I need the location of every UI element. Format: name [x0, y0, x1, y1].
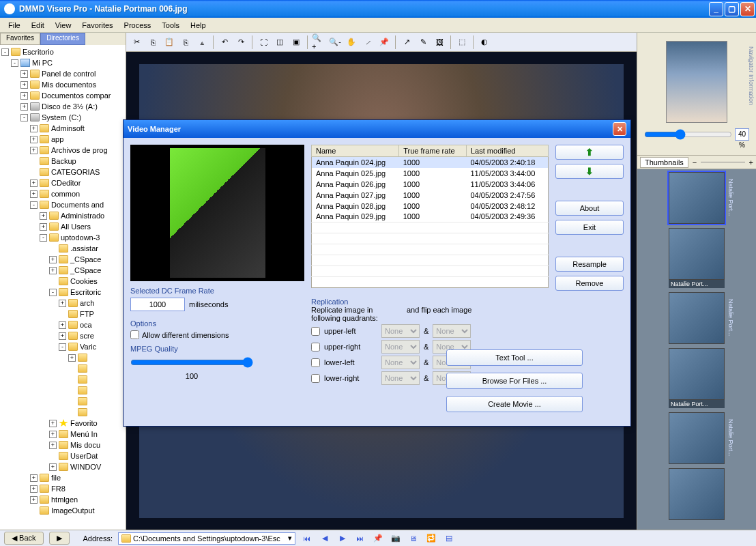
next-icon[interactable]: ⏭ — [354, 532, 366, 545]
tree-toggle[interactable]: - — [1, 48, 9, 56]
prev-icon[interactable]: ◀ — [319, 532, 331, 545]
move-down-button[interactable]: ⬇ — [555, 164, 624, 179]
move-up-button[interactable]: ⬆ — [555, 145, 624, 160]
hand-icon[interactable]: ✋ — [344, 35, 359, 50]
tree-node[interactable]: +oca — [1, 319, 124, 330]
tree-toggle[interactable]: - — [59, 343, 66, 351]
tree-toggle[interactable]: + — [40, 223, 47, 231]
close-button[interactable]: ✕ — [740, 2, 755, 16]
thumb-zoom-plus[interactable]: + — [749, 158, 753, 167]
tree-toggle[interactable]: + — [68, 354, 76, 362]
maximize-button[interactable]: ▢ — [725, 2, 739, 16]
directories-tab[interactable]: Directories — [40, 33, 85, 45]
quadrant-checkbox[interactable] — [311, 343, 320, 351]
tree-node[interactable]: +file — [1, 472, 124, 483]
tree-node[interactable] — [1, 385, 124, 396]
display-icon[interactable]: 🖥 — [407, 532, 420, 545]
quadrant-checkbox[interactable] — [311, 358, 320, 367]
tree-node[interactable]: +Mis documentos — [1, 79, 124, 90]
create-movie-button[interactable]: Create Movie ... — [446, 396, 583, 412]
tree-node[interactable]: +htmlgen — [1, 494, 124, 505]
tool4-icon[interactable]: ⬚ — [454, 35, 469, 50]
fit-icon[interactable]: ◫ — [272, 35, 287, 50]
file-table[interactable]: NameTrue frame rateLast modified Anna Pa… — [311, 145, 549, 288]
flip-select-1[interactable]: None — [381, 371, 420, 385]
tree-node[interactable]: -uptodown-3 — [1, 232, 124, 243]
tree-toggle[interactable]: - — [20, 114, 28, 121]
address-bar[interactable]: C:\Documents and Settings\uptodown-3\Esc… — [118, 532, 295, 545]
dialog-close-button[interactable]: ✕ — [613, 122, 626, 136]
crop-icon[interactable]: ⟁ — [194, 35, 209, 50]
tree-toggle[interactable]: + — [30, 136, 38, 143]
dialog-titlebar[interactable]: Video Manager ✕ — [123, 120, 630, 138]
tree-node[interactable] — [1, 363, 124, 374]
forward-button[interactable]: ▶ — [49, 532, 70, 545]
menu-tools[interactable]: Tools — [156, 20, 185, 31]
tree-toggle[interactable]: + — [20, 103, 28, 111]
browse-button[interactable]: Browse For Files ... — [446, 373, 583, 389]
tree-node[interactable]: +scre — [1, 330, 124, 341]
tree-toggle[interactable]: + — [20, 81, 28, 89]
play-icon[interactable]: ▶ — [336, 532, 349, 545]
text-tool-button[interactable]: Text Tool ... — [446, 349, 583, 366]
flip-select-1[interactable]: None — [381, 324, 420, 338]
tree-node[interactable]: -Escritoric — [1, 287, 124, 298]
table-header[interactable]: True frame rate — [399, 145, 467, 157]
menu-file[interactable]: File — [3, 20, 26, 31]
zoom-value[interactable]: 40 % — [735, 128, 749, 141]
favorites-tab[interactable]: Favorites — [0, 33, 40, 45]
tree-node[interactable]: +Documentos compar — [1, 90, 124, 101]
tree-node[interactable]: -Varic — [1, 341, 124, 352]
tree-toggle[interactable]: + — [49, 267, 57, 274]
cam-icon[interactable]: 📷 — [390, 532, 402, 545]
pin2-icon[interactable]: 📌 — [372, 532, 384, 545]
redo-icon[interactable]: ↷ — [233, 35, 248, 50]
tree-node[interactable] — [1, 374, 124, 385]
first-icon[interactable]: ⏮ — [301, 532, 313, 545]
cut-icon[interactable]: ✂ — [129, 35, 144, 50]
tree-node[interactable]: .assistar — [1, 243, 124, 254]
zoom-slider[interactable] — [644, 129, 732, 140]
tree-node[interactable] — [1, 396, 124, 407]
tool2-icon[interactable]: ✎ — [416, 35, 431, 50]
tree-node[interactable]: +Favorito — [1, 418, 124, 429]
mpeg-slider[interactable] — [130, 357, 253, 368]
tree-toggle[interactable]: + — [30, 179, 38, 187]
thumbnail[interactable] — [669, 468, 725, 520]
flip-select-1[interactable]: None — [381, 356, 420, 369]
tree-node[interactable]: UserDat — [1, 450, 124, 461]
tree-toggle[interactable]: + — [49, 256, 57, 263]
remove-button[interactable]: Remove — [555, 276, 624, 291]
about-button[interactable]: About — [555, 201, 624, 216]
quadrant-checkbox[interactable] — [311, 374, 320, 383]
tree-node[interactable] — [1, 407, 124, 418]
tree-toggle[interactable]: + — [59, 300, 66, 307]
tree-toggle[interactable]: + — [30, 496, 38, 504]
table-header[interactable]: Name — [312, 145, 399, 157]
pin-icon[interactable]: 📌 — [377, 35, 392, 50]
tree-node[interactable]: +Archivos de prog — [1, 145, 124, 156]
tree-node[interactable]: -Mi PC — [1, 57, 124, 68]
thumbnail[interactable]: Natalie Port... — [669, 348, 725, 408]
tree-node[interactable]: +Mis docu — [1, 440, 124, 450]
tree-toggle[interactable]: + — [30, 125, 38, 132]
menu-view[interactable]: View — [50, 20, 77, 31]
thumbnails-tab[interactable]: Thumbnails — [640, 157, 688, 168]
loop-icon[interactable]: 🔁 — [425, 532, 437, 545]
tree-node[interactable]: Backup — [1, 156, 124, 167]
table-header[interactable]: Last modified — [467, 145, 549, 157]
tree-toggle[interactable]: + — [59, 332, 66, 340]
tree-node[interactable]: FTP — [1, 308, 124, 319]
quadrant-checkbox[interactable] — [311, 327, 320, 336]
tree-toggle[interactable]: + — [40, 212, 47, 220]
zoomout-icon[interactable]: 🔍- — [328, 35, 343, 50]
thumb-zoom-minus[interactable]: − — [693, 158, 697, 167]
paste-icon[interactable]: 📋 — [162, 35, 177, 50]
copy2-icon[interactable]: ⎘ — [178, 35, 193, 50]
table-row[interactable]: Anna Paquin 026.jpg100011/05/2003 3:44:0… — [312, 179, 549, 190]
thumbnail[interactable]: Natalie Port... — [669, 292, 725, 344]
tree-node[interactable]: +FR8 — [1, 483, 124, 494]
tree-node[interactable]: +WINDOV — [1, 461, 124, 472]
frame-rate-input[interactable] — [130, 298, 185, 311]
eraser-icon[interactable]: ⟋ — [360, 35, 375, 50]
